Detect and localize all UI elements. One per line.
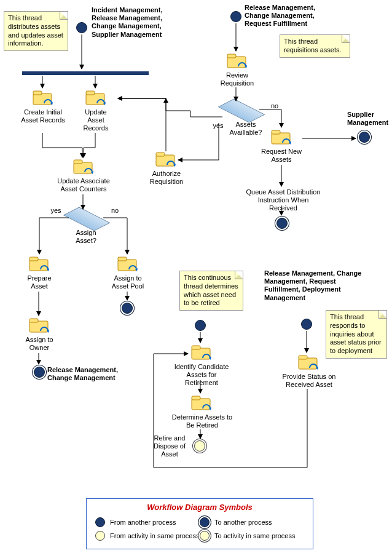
task-assign-pool-icon: [117, 256, 138, 271]
legend-to-act: To activity in same process: [200, 531, 304, 541]
task-determine-ret: Determine Assets to Be Retired: [170, 413, 235, 429]
avail-yes: yes: [209, 122, 227, 130]
ringed-circle-icon: [200, 517, 210, 527]
task-prepare-asset: Prepare Asset: [21, 274, 58, 290]
end-retire: [194, 440, 205, 452]
task-retire-dispose: Retire and Dispose of Asset: [150, 434, 189, 459]
note-distributes: This thread distributes assets and updat…: [4, 11, 68, 51]
start-left: [76, 22, 87, 33]
start-retire: [195, 320, 206, 331]
task-provide-status: Provide Status on Received Asset: [280, 373, 338, 389]
title-deployment: Release Management, Change Management, R…: [264, 269, 363, 302]
task-update-counters-icon: [73, 159, 93, 173]
decision-assign-asset-label: Assign Asset?: [70, 229, 102, 245]
task-provide-status-icon: [297, 354, 318, 369]
dark-circle-icon: [95, 517, 105, 527]
assign-no: no: [106, 207, 124, 215]
assign-yes: yes: [47, 207, 65, 215]
task-identify-cand: Identify Candidate Assets for Retirement: [170, 363, 233, 388]
title-supplier: Supplier Management: [347, 111, 392, 127]
task-assign-pool: Assign to Asset Pool: [107, 274, 149, 290]
fork-bar: [22, 71, 149, 75]
task-review-req: Review Requisition: [216, 71, 258, 87]
end-pool: [122, 303, 133, 314]
legend-from-act: From activity in same process: [95, 531, 200, 541]
light-circle-icon: [95, 531, 105, 541]
workflow-diagram: This thread distributes assets and updat…: [0, 0, 392, 553]
task-assign-owner-icon: [28, 317, 49, 332]
decision-assets-avail: [218, 98, 265, 122]
task-prepare-asset-icon: [28, 256, 49, 271]
task-update-counters: Update Associate Asset Counters: [53, 177, 114, 193]
start-right: [230, 11, 241, 22]
decision-assign-asset: [63, 207, 111, 231]
task-create-initial: Create Initial Asset Records: [20, 108, 66, 124]
start-status: [301, 319, 312, 330]
legend-title: Workflow Diagram Symbols: [95, 503, 304, 512]
decision-assets-avail-label: Assets Availlable?: [226, 121, 265, 137]
end-owner: [34, 367, 45, 378]
legend-box: Workflow Diagram Symbols From another pr…: [86, 498, 313, 549]
title-left: Incident Management, Release Management,…: [92, 6, 178, 39]
note-requisitions: This thread requisitions assets.: [280, 34, 350, 58]
task-update-records: Update Asset Records: [76, 108, 116, 133]
end-queue: [276, 218, 288, 229]
avail-no: no: [265, 102, 284, 110]
task-create-initial-icon: [32, 90, 53, 105]
task-request-new-icon: [270, 129, 291, 144]
task-update-records-icon: [85, 90, 106, 105]
task-authorize-req-icon: [155, 151, 176, 166]
light-ringed-circle-icon: [200, 531, 210, 541]
task-identify-cand-icon: [190, 344, 211, 359]
task-authorize-req: Authorize Requisition: [145, 170, 188, 186]
end-supplier: [359, 132, 370, 143]
task-review-req-icon: [226, 53, 247, 68]
note-retired: This continuous thread determines which …: [179, 271, 243, 311]
legend-to-proc: To another process: [200, 517, 304, 527]
task-queue-dist: Queue Asset Distribution Instruction Whe…: [245, 188, 322, 213]
title-release-change: Release Management, Change Management: [47, 366, 133, 382]
legend-from-proc: From another process: [95, 517, 200, 527]
title-right: Release Management, Change Management, R…: [245, 4, 331, 28]
task-assign-owner: Assign to Owner: [22, 336, 57, 352]
task-determine-ret-icon: [190, 395, 211, 410]
note-status: This thread responds to inquiries about …: [326, 310, 387, 359]
task-request-new: Request New Assets: [258, 148, 305, 164]
